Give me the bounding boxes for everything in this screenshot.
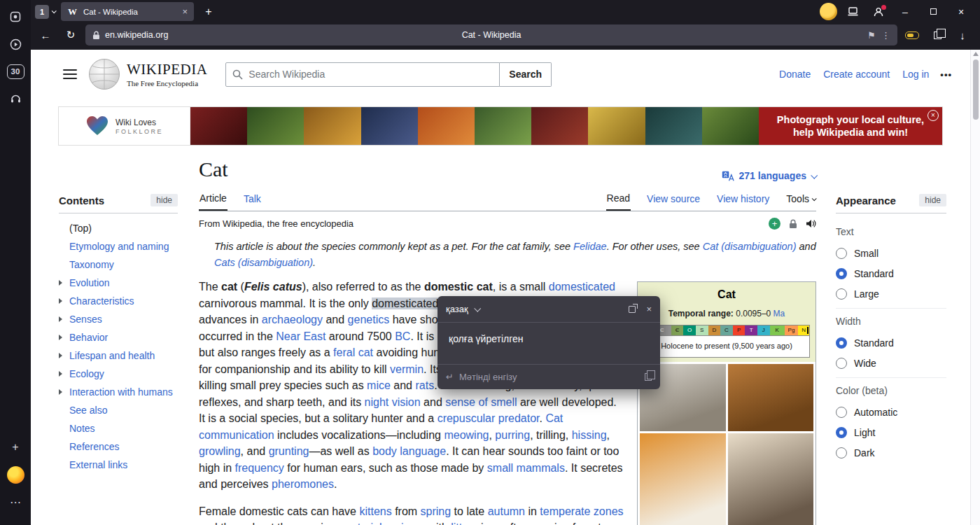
user-link-log-in[interactable]: Log in [902, 69, 929, 80]
wiki-link[interactable]: meowing [444, 429, 489, 441]
appearance-option-dark[interactable]: Dark [836, 442, 946, 463]
urlbar-more-icon[interactable]: ⋮ [881, 30, 890, 41]
article-tab-article[interactable]: Article [199, 187, 227, 211]
appearance-hide-button[interactable]: hide [919, 194, 946, 206]
chevron-right-icon[interactable] [59, 316, 69, 322]
wlf-banner[interactable]: Wiki Loves FOLKLORE Photograph your loca… [59, 107, 942, 145]
appearance-option-wide[interactable]: Wide [836, 353, 946, 373]
wiki-link[interactable]: Ma [774, 309, 785, 318]
wiki-link[interactable]: sense of smell [445, 396, 517, 408]
bookmark-icon[interactable]: ⚑ [867, 30, 876, 41]
wiki-link[interactable]: predator [498, 412, 540, 424]
wiki-link[interactable]: mice [367, 379, 391, 391]
toc-item-evolution[interactable]: Evolution [59, 274, 178, 292]
reload-button[interactable]: ↻ [60, 25, 81, 45]
article-tab-view-source[interactable]: View source [646, 187, 701, 211]
wiki-link[interactable]: litter [451, 522, 472, 525]
tab-group-indicator[interactable]: 1 [35, 5, 55, 19]
firefox-icon[interactable] [4, 463, 27, 486]
open-in-window-icon[interactable] [629, 306, 636, 313]
radio-icon[interactable] [836, 447, 847, 458]
article-tab-talk[interactable]: Talk [243, 187, 262, 211]
new-tab-button[interactable]: + [200, 3, 218, 21]
container-tab-indicator[interactable] [902, 25, 923, 45]
toc-item-taxonomy[interactable]: Taxonomy [59, 255, 178, 274]
article-tab-read[interactable]: Read [606, 187, 631, 211]
search-button[interactable]: Search [500, 62, 552, 87]
rail-new-tab-button[interactable]: + [4, 436, 27, 458]
wiki-link[interactable]: small mammals [487, 462, 565, 474]
appearance-option-standard[interactable]: Standard [836, 263, 946, 284]
target-language-select[interactable]: қазақ [446, 304, 479, 314]
appearance-option-automatic[interactable]: Automatic [836, 402, 946, 422]
account-icon[interactable] [868, 3, 889, 21]
toc-item-lifespan-and-health[interactable]: Lifespan and health [59, 346, 178, 365]
tab-close-icon[interactable]: × [182, 6, 188, 17]
languages-button[interactable]: 271 languages [722, 170, 817, 181]
search-input[interactable] [248, 69, 493, 80]
minimize-button[interactable]: – [893, 3, 917, 21]
maximize-button[interactable] [921, 3, 945, 21]
scrollbar-thumb[interactable] [973, 59, 979, 120]
wiki-link[interactable]: genetics [348, 314, 390, 326]
wiki-link[interactable]: body language [372, 445, 446, 457]
radio-icon[interactable] [836, 248, 847, 259]
toc-item-external-links[interactable]: External links [59, 456, 178, 474]
multiple-pages-icon[interactable] [927, 25, 948, 45]
wiki-link[interactable]: archaeology [262, 314, 323, 326]
translate-text-input[interactable]: Мәтінді енгізу [459, 372, 517, 382]
wiki-link[interactable]: equatorial regions [332, 522, 421, 525]
scroll-up-arrow-icon[interactable] [973, 52, 979, 56]
wiki-link[interactable]: feral cat [333, 346, 373, 358]
downloads-button[interactable]: ↓ [952, 25, 973, 45]
headset-icon[interactable] [4, 88, 27, 110]
chevron-right-icon[interactable] [59, 371, 69, 377]
good-article-icon[interactable]: + [769, 218, 780, 230]
toc-item-references[interactable]: References [59, 438, 178, 456]
firefox-view-icon[interactable] [4, 6, 27, 28]
wikipedia-logo[interactable]: WIKIPEDIA The Free Encyclopedia [88, 58, 207, 90]
toc-hide-button[interactable]: hide [150, 194, 178, 206]
wiki-link[interactable]: hissing [572, 429, 607, 441]
user-link-donate[interactable]: Donate [779, 69, 811, 80]
wiki-link[interactable]: kittens [359, 505, 391, 517]
url-bar[interactable]: en.wikipedia.org Cat - Wikipedia ⚑ ⋮ [85, 24, 897, 46]
radio-icon[interactable] [836, 407, 847, 418]
chevron-right-icon[interactable] [59, 389, 69, 395]
appearance-option-large[interactable]: Large [836, 284, 946, 304]
wiki-link[interactable]: growling [199, 445, 241, 457]
radio-icon[interactable] [836, 358, 847, 369]
wiki-link[interactable]: grunting [269, 445, 309, 457]
page-protected-icon[interactable] [789, 219, 797, 229]
back-button[interactable]: ← [35, 25, 56, 45]
wiki-link[interactable]: temperate zones [540, 505, 623, 517]
wiki-link[interactable]: purring [495, 429, 530, 441]
wiki-link[interactable]: Near East [276, 330, 326, 342]
appearance-option-small[interactable]: Small [836, 243, 946, 263]
wiki-link[interactable]: Cat (disambiguation) [703, 241, 797, 252]
wiki-link[interactable]: night vision [365, 396, 421, 408]
listen-icon[interactable] [806, 219, 816, 228]
banner-cta[interactable]: Photograph your local culture, help Wiki… [759, 107, 942, 145]
radio-selected-icon[interactable] [836, 337, 847, 349]
toc-item-ecology[interactable]: Ecology [59, 365, 178, 383]
wiki-link[interactable]: vermin [390, 363, 424, 375]
rail-more-icon[interactable]: ⋯ [4, 491, 27, 513]
wiki-link[interactable]: autumn [488, 505, 525, 517]
avatar[interactable] [818, 3, 839, 21]
appearance-option-standard[interactable]: Standard [836, 332, 946, 353]
popup-close-icon[interactable]: × [646, 304, 652, 314]
article-tab-view-history[interactable]: View history [716, 187, 770, 211]
browser-tab[interactable]: W Cat - Wikipedia × [61, 2, 194, 21]
wiki-link[interactable]: crepuscular [438, 412, 496, 424]
toc-item-top[interactable]: (Top) [59, 219, 178, 237]
toc-item-etymology-and-naming[interactable]: Etymology and naming [59, 237, 178, 255]
calendar-30-badge[interactable]: 30 [4, 60, 27, 83]
media-playback-icon[interactable] [4, 33, 27, 55]
toc-item-senses[interactable]: Senses [59, 310, 178, 328]
wiki-link[interactable]: spring [421, 505, 451, 517]
search-box[interactable] [225, 62, 500, 87]
toc-item-notes[interactable]: Notes [59, 419, 178, 438]
radio-selected-icon[interactable] [836, 268, 847, 279]
wiki-link[interactable]: domesticated [549, 281, 615, 293]
